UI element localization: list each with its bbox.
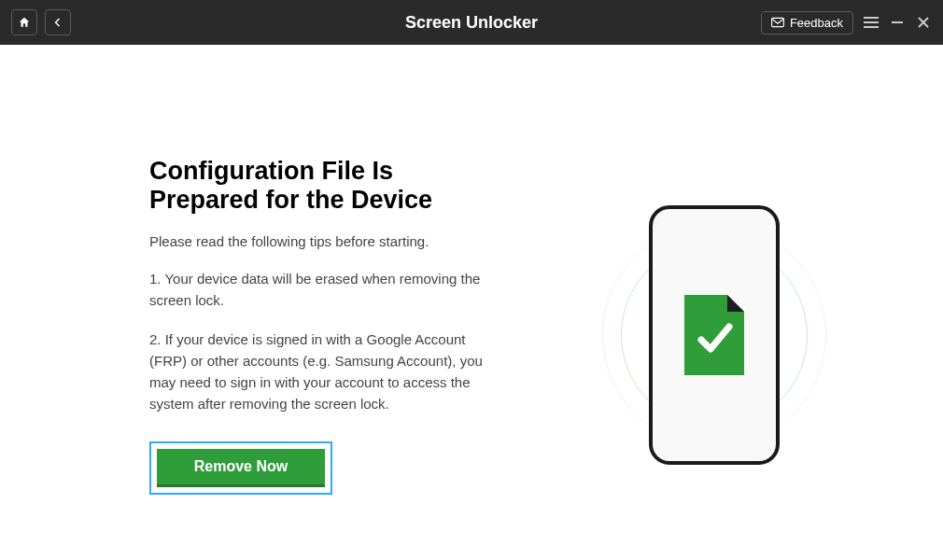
tip-2: 2. If your device is signed in with a Go…	[149, 329, 486, 415]
document-check-icon	[684, 295, 744, 375]
phone-frame	[649, 205, 780, 465]
svg-rect-0	[771, 18, 783, 26]
cta-highlight-frame: Remove Now	[149, 441, 332, 495]
feedback-label: Feedback	[790, 16, 843, 30]
minimize-icon	[891, 16, 904, 29]
header-left-controls	[11, 9, 71, 35]
close-icon	[917, 16, 930, 29]
app-title: Screen Unlocker	[405, 13, 538, 33]
back-button[interactable]	[45, 9, 71, 35]
remove-now-button[interactable]: Remove Now	[157, 449, 325, 487]
home-icon	[18, 16, 31, 29]
tip-1: 1. Your device data will be erased when …	[149, 268, 486, 312]
text-content: Configuration File Is Prepared for the D…	[149, 157, 486, 495]
mail-icon	[771, 17, 784, 28]
svg-marker-8	[727, 295, 744, 312]
hamburger-icon	[864, 16, 879, 29]
page-heading: Configuration File Is Prepared for the D…	[149, 157, 486, 215]
feedback-button[interactable]: Feedback	[761, 11, 853, 35]
header-right-controls: Feedback	[761, 11, 932, 35]
minimize-button[interactable]	[889, 14, 906, 31]
close-button[interactable]	[915, 14, 932, 31]
phone-illustration	[542, 175, 887, 495]
subtitle-text: Please read the following tips before st…	[149, 233, 486, 249]
app-header: Screen Unlocker Feedback	[0, 0, 943, 45]
main-content: Configuration File Is Prepared for the D…	[0, 45, 943, 532]
menu-button[interactable]	[863, 14, 880, 31]
chevron-left-icon	[52, 17, 63, 28]
home-button[interactable]	[11, 9, 37, 35]
